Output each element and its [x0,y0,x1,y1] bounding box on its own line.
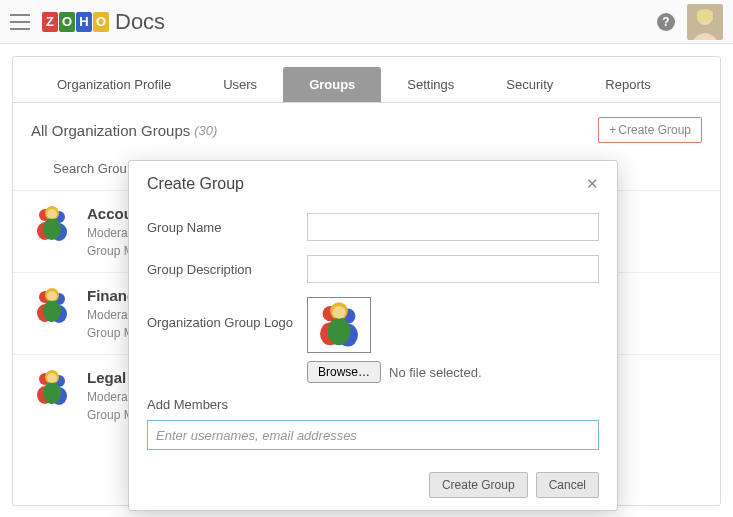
hamburger-menu-icon[interactable] [10,14,30,30]
group-name-label: Group Name [147,220,307,235]
tab-security[interactable]: Security [480,67,579,102]
app-logo[interactable]: Z O H O Docs [42,9,165,35]
group-name: Legal [87,369,134,386]
app-name: Docs [115,9,165,35]
add-members-input[interactable] [147,420,599,450]
group-logo-preview [307,297,371,353]
tab-organization-profile[interactable]: Organization Profile [31,67,197,102]
org-logo-label: Organization Group Logo [147,297,307,330]
search-group-label: Search Grou [53,161,127,176]
group-icon [31,369,73,407]
file-status: No file selected. [389,365,482,380]
group-description-input[interactable] [307,255,599,283]
tab-groups[interactable]: Groups [283,67,381,102]
create-group-submit-button[interactable]: Create Group [429,472,528,498]
browse-button[interactable]: Browse… [307,361,381,383]
tab-reports[interactable]: Reports [579,67,677,102]
page-title: All Organization Groups [31,122,190,139]
dialog-title: Create Group [147,175,586,193]
plus-icon: + [609,123,616,137]
admin-tabs: Organization Profile Users Groups Settin… [13,57,720,103]
group-icon [31,205,73,243]
user-avatar[interactable] [687,4,723,40]
zoho-logo-icon: Z O H O [42,12,109,32]
group-members: Group M [87,244,134,258]
group-name-input[interactable] [307,213,599,241]
tab-settings[interactable]: Settings [381,67,480,102]
group-members: Group M [87,408,134,422]
group-count: (30) [194,123,217,138]
close-icon[interactable]: ✕ [586,175,599,193]
group-description-label: Group Description [147,262,307,277]
create-group-button[interactable]: +Create Group [598,117,702,143]
add-members-label: Add Members [147,397,599,412]
create-group-dialog: Create Group ✕ Group Name Group Descript… [128,160,618,511]
tab-users[interactable]: Users [197,67,283,102]
group-icon [31,287,73,325]
group-name: Accou [87,205,134,222]
group-moderator: Modera [87,226,134,240]
group-moderator: Modera [87,390,134,404]
cancel-button[interactable]: Cancel [536,472,599,498]
help-icon[interactable]: ? [657,13,675,31]
